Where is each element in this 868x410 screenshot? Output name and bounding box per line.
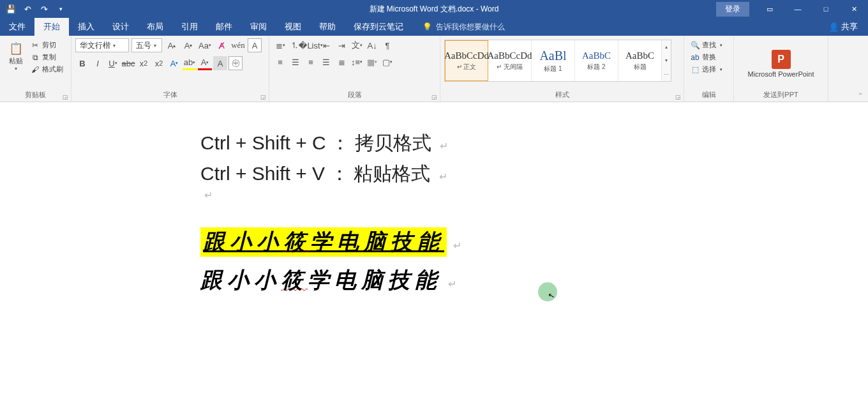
copy-button[interactable]: ⧉复制 (28, 52, 66, 63)
font-group-label: 字体◲ (71, 89, 269, 102)
strikethrough-icon[interactable]: abc (121, 56, 135, 70)
justify-icon[interactable]: ☰ (319, 55, 333, 69)
find-button[interactable]: 🔍查找▾ (688, 40, 725, 50)
style-item-title[interactable]: AaBbC标题 (618, 40, 662, 81)
undo-icon[interactable]: ↶ (20, 2, 34, 16)
increase-font-icon[interactable]: A▴ (165, 38, 179, 52)
subscript-icon[interactable]: x2 (137, 56, 151, 70)
tab-save-to-cloud-note[interactable]: 保存到云笔记 (345, 18, 412, 36)
change-case-icon[interactable]: Aa▾ (198, 38, 212, 52)
align-center-icon[interactable]: ☰ (288, 55, 303, 69)
decrease-font-icon[interactable]: A▾ (181, 38, 195, 52)
select-icon: ⬚ (691, 65, 700, 74)
align-right-icon[interactable]: ≡ (304, 55, 318, 69)
styles-gallery[interactable]: AaBbCcDd↵ 正文 AaBbCcDd↵ 无间隔 AaBl标题 1 AaBb… (444, 40, 671, 82)
collapse-ribbon-icon[interactable]: ⌃ (858, 92, 863, 99)
character-border-icon[interactable]: A (248, 38, 262, 52)
title-bar: 💾 ↶ ↷ ▾ 新建 Microsoft Word 文档.docx - Word… (0, 0, 868, 18)
paragraph-mark-icon: ↵ (448, 278, 456, 289)
bold-icon[interactable]: B (75, 56, 89, 70)
font-name-combo[interactable]: 华文行楷▾ (75, 38, 129, 52)
line-spacing-icon[interactable]: ↕≡▾ (350, 55, 364, 69)
increase-indent-icon[interactable]: ⇥ (334, 38, 348, 52)
text-line[interactable]: Ctrl + Shift + C ： 拷贝格式 ↵ (200, 128, 830, 158)
format-painter-label: 格式刷 (42, 65, 63, 74)
tab-home[interactable]: 开始 (34, 18, 69, 36)
document-area[interactable]: Ctrl + Shift + C ： 拷贝格式 ↵ Ctrl + Shift +… (0, 102, 868, 410)
cursor-highlight-icon (538, 282, 557, 301)
share-button[interactable]: 👤 共享 (818, 18, 868, 36)
tab-references[interactable]: 引用 (172, 18, 207, 36)
tell-me-search[interactable]: 💡 告诉我你想要做什么 (423, 18, 505, 36)
enclose-characters-icon[interactable]: ㊥ (228, 56, 243, 70)
character-shading-icon[interactable]: A (213, 56, 227, 70)
group-editing: 🔍查找▾ ab替换 ⬚选择▾ 编辑 (684, 36, 734, 102)
distributed-icon[interactable]: ≣ (334, 55, 348, 69)
chevron-down-icon: ▾ (154, 43, 156, 49)
bullets-icon[interactable]: ≣▾ (273, 38, 287, 52)
paste-button[interactable]: 📋 粘贴 ▾ (4, 38, 28, 72)
share-label: 共享 (841, 21, 858, 33)
font-size-combo[interactable]: 五号▾ (131, 38, 162, 52)
powerpoint-icon[interactable]: P (772, 50, 791, 69)
tab-design[interactable]: 设计 (103, 18, 138, 36)
shading-icon[interactable]: ▦▾ (365, 55, 379, 69)
save-icon[interactable]: 💾 (4, 2, 18, 16)
cut-label: 剪切 (42, 40, 56, 50)
decrease-indent-icon[interactable]: ⇤ (319, 38, 333, 52)
styles-group-label: 样式◲ (440, 89, 684, 102)
cut-button[interactable]: ✂剪切 (28, 40, 66, 50)
dialog-launcher-icon[interactable]: ◲ (63, 94, 68, 100)
highlight-icon[interactable]: ab▾ (183, 56, 197, 70)
login-button[interactable]: 登录 (716, 2, 749, 17)
file-tab[interactable]: 文件 (0, 18, 34, 36)
multilevel-list-icon[interactable]: �List▾ (304, 38, 318, 52)
maximize-icon[interactable]: □ (812, 0, 840, 18)
select-button[interactable]: ⬚选择▾ (688, 64, 725, 75)
phonetic-guide-icon[interactable]: wén (231, 38, 245, 52)
clear-formatting-icon[interactable]: A̸ (214, 38, 228, 52)
find-icon: 🔍 (691, 41, 700, 50)
ribbon-display-icon[interactable]: ▭ (756, 0, 784, 18)
borders-icon[interactable]: ▢▾ (380, 55, 394, 69)
underline-icon[interactable]: U▾ (106, 56, 120, 70)
tab-layout[interactable]: 布局 (138, 18, 172, 36)
sort-icon[interactable]: A↓ (365, 38, 379, 52)
tab-insert[interactable]: 插入 (69, 18, 103, 36)
style-item-heading1[interactable]: AaBl标题 1 (532, 40, 575, 81)
powerpoint-button-label[interactable]: Microsoft PowerPoint (748, 70, 814, 78)
show-hide-marks-icon[interactable]: ¶ (380, 38, 394, 52)
redo-icon[interactable]: ↷ (37, 2, 51, 16)
share-icon: 👤 (828, 22, 839, 32)
style-item-normal[interactable]: AaBbCcDd↵ 正文 (445, 40, 488, 81)
dialog-launcher-icon[interactable]: ◲ (431, 94, 437, 100)
italic-icon[interactable]: I (91, 56, 105, 70)
minimize-icon[interactable]: — (784, 0, 812, 18)
styles-more-icon[interactable]: ▴▾⋯ (662, 40, 671, 81)
tab-view[interactable]: 视图 (276, 18, 310, 36)
paste-label: 粘贴 (9, 56, 23, 66)
qat-customize-icon[interactable]: ▾ (54, 2, 68, 16)
plain-text-line[interactable]: 跟小小筱学电脑技能 ↵ (200, 266, 830, 295)
text-effects-icon[interactable]: A▾ (167, 56, 181, 70)
tab-review[interactable]: 审阅 (241, 18, 276, 36)
text-line[interactable]: Ctrl + Shift + V ： 粘贴格式 ↵ (200, 158, 830, 189)
format-painter-icon: 🖌 (31, 65, 40, 74)
dialog-launcher-icon[interactable]: ◲ (260, 94, 266, 100)
paragraph-mark-icon: ↵ (440, 140, 448, 151)
style-item-no-spacing[interactable]: AaBbCcDd↵ 无间隔 (488, 40, 532, 81)
font-color-icon[interactable]: A▾ (198, 56, 212, 70)
close-icon[interactable]: ✕ (840, 0, 868, 18)
paste-icon: 📋 (8, 41, 24, 56)
replace-button[interactable]: ab替换 (688, 52, 725, 63)
highlighted-text-line[interactable]: 跟小小筱学电脑技能 ↵ (200, 227, 830, 257)
style-item-heading2[interactable]: AaBbC标题 2 (575, 40, 618, 81)
align-left-icon[interactable]: ≡ (273, 55, 287, 69)
format-painter-button[interactable]: 🖌格式刷 (28, 64, 66, 75)
tab-help[interactable]: 帮助 (310, 18, 345, 36)
tab-mailings[interactable]: 邮件 (207, 18, 241, 36)
asian-layout-icon[interactable]: 文▾ (350, 38, 364, 52)
dialog-launcher-icon[interactable]: ◲ (675, 94, 681, 100)
superscript-icon[interactable]: x2 (152, 56, 166, 70)
chevron-down-icon: ▾ (15, 66, 17, 72)
